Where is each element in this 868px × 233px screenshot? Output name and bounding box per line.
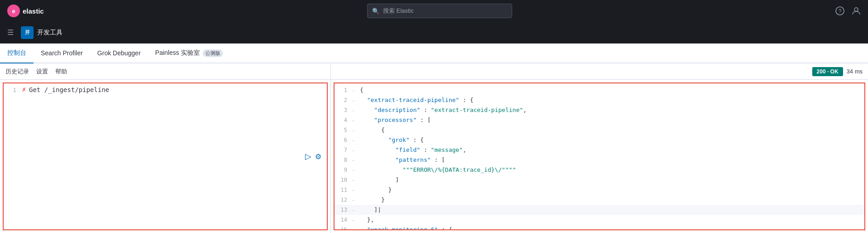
tab-console-label: 控制台 — [7, 49, 26, 57]
toolbar-settings[interactable]: 设置 — [36, 68, 48, 76]
elastic-brand-name: elastic — [23, 7, 44, 15]
tab-search-profiler[interactable]: Search Profiler — [34, 44, 90, 63]
code-line: 6 - "grok" : { — [335, 135, 864, 145]
dev-tools-abbr: 开 — [25, 29, 30, 36]
painless-badge: 公测版 — [203, 49, 223, 57]
toolbar-help[interactable]: 帮助 — [55, 68, 67, 76]
editor-area[interactable]: 1 ✗ Get /_ingest/pipeline ▷ ⚙ — [3, 83, 328, 230]
code-line: 1 - { — [335, 85, 864, 95]
code-line: 11 - } — [335, 185, 864, 195]
global-search[interactable]: 🔍 搜索 Elastic — [367, 4, 512, 18]
code-line: 14 - }, — [335, 215, 864, 225]
user-icon[interactable] — [852, 6, 861, 15]
tab-bar: 控制台 Search Profiler Grok Debugger Painle… — [0, 44, 868, 63]
dev-tools-icon: 开 — [21, 26, 34, 39]
elastic-logo-icon: e — [7, 5, 20, 17]
editor-actions: ▷ ⚙ — [305, 151, 321, 161]
code-line: 10 - ] — [335, 175, 864, 185]
dev-tools-label: 开发工具 — [37, 29, 63, 37]
response-toolbar: 200 · OK 34 ms — [331, 63, 868, 80]
top-bar-right: ? — [835, 6, 861, 15]
search-icon: 🔍 — [372, 8, 379, 15]
code-line: 4 - "processors" : [ — [335, 115, 864, 125]
tab-console[interactable]: 控制台 — [0, 44, 34, 63]
run-button[interactable]: ▷ — [305, 151, 311, 161]
code-line: 5 - { — [335, 125, 864, 135]
editor-toolbar: 历史记录 设置 帮助 — [0, 63, 330, 80]
svg-text:e: e — [12, 8, 15, 15]
code-line: 9 - """ERROR\/%{DATA:trace_id}\/"""" — [335, 165, 864, 175]
search-placeholder: 搜索 Elastic — [383, 7, 414, 15]
top-bar-left: e elastic — [7, 5, 44, 17]
status-badge: 200 · OK — [812, 67, 843, 76]
code-line: 15 - "xpack_monitoring_6" : { — [335, 225, 864, 230]
code-line-highlighted: 13 - ]| — [335, 205, 864, 215]
time-badge: 34 ms — [847, 68, 863, 75]
tab-grok-debugger[interactable]: Grok Debugger — [90, 44, 148, 63]
code-line: 12 - } — [335, 195, 864, 205]
tab-grok-debugger-label: Grok Debugger — [97, 49, 141, 57]
svg-point-4 — [854, 8, 858, 11]
code-area[interactable]: 1 - { 2 - "extract-traceid-pipeline" : {… — [334, 83, 865, 230]
code-line: 7 - "field" : "message", — [335, 145, 864, 155]
secondary-nav: ☰ 开 开发工具 — [0, 22, 868, 44]
line-number-1: 1 — [7, 87, 16, 93]
svg-text:?: ? — [839, 8, 842, 15]
hamburger-menu[interactable]: ☰ — [7, 28, 14, 37]
toolbar-history[interactable]: 历史记录 — [5, 68, 29, 76]
help-icon[interactable]: ? — [835, 6, 844, 15]
elastic-logo[interactable]: e elastic — [7, 5, 44, 17]
main-content: 历史记录 设置 帮助 1 ✗ Get /_ingest/pipeline ▷ ⚙… — [0, 63, 868, 233]
settings-button[interactable]: ⚙ — [315, 152, 321, 161]
left-panel: 历史记录 设置 帮助 1 ✗ Get /_ingest/pipeline ▷ ⚙ — [0, 63, 331, 233]
tab-search-profiler-label: Search Profiler — [41, 49, 83, 57]
code-line: 8 - "patterns" : [ — [335, 155, 864, 165]
right-panel: 200 · OK 34 ms 1 - { 2 - "extract-tracei… — [331, 63, 868, 233]
editor-line-1: 1 ✗ Get /_ingest/pipeline — [4, 83, 327, 96]
tab-painless-lab[interactable]: Painless 实验室 公测版 — [148, 44, 230, 63]
editor-content-1: Get /_ingest/pipeline — [29, 86, 109, 93]
tab-painless-lab-label: Painless 实验室 — [155, 49, 200, 57]
close-icon: ✗ — [22, 87, 26, 93]
code-line: 3 - "description" : "extract-traceid-pip… — [335, 105, 864, 115]
top-bar: e elastic 🔍 搜索 Elastic ? — [0, 0, 868, 22]
code-line: 2 - "extract-traceid-pipeline" : { — [335, 95, 864, 105]
